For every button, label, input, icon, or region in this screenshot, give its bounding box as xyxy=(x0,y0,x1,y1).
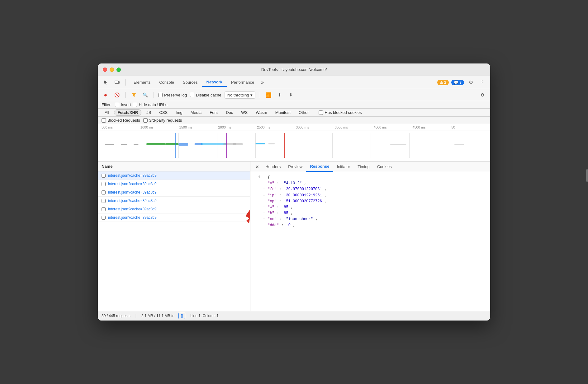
upload-icon[interactable]: ⬆ xyxy=(276,91,284,99)
close-button[interactable] xyxy=(103,68,107,72)
filter-manifest[interactable]: Manifest xyxy=(272,110,294,115)
blocked-cookies-input[interactable] xyxy=(319,110,323,115)
tab-preview[interactable]: Preview xyxy=(284,162,306,171)
throttle-select[interactable]: No throttling ▾ xyxy=(225,91,255,99)
filter-other[interactable]: Other xyxy=(296,110,312,115)
filter-wasm[interactable]: Wasm xyxy=(253,110,270,115)
filter-row2: Filter Invert Hide data URLs xyxy=(98,101,490,109)
more-tabs-button[interactable]: » xyxy=(258,78,266,87)
third-party-input[interactable] xyxy=(143,118,148,123)
filter-img[interactable]: Img xyxy=(173,110,186,115)
svg-rect-12 xyxy=(121,144,127,145)
filter-doc[interactable]: Doc xyxy=(223,110,236,115)
invert-checkbox[interactable]: Invert xyxy=(115,102,131,107)
svg-rect-16 xyxy=(178,143,188,146)
json-line-1: 1 { xyxy=(254,175,486,180)
transfer-size: 2.1 MB / 11.1 MB tr xyxy=(141,314,173,318)
ruler-mark-10: 50 xyxy=(451,125,490,130)
filter-font[interactable]: Font xyxy=(206,110,221,115)
settings-icon[interactable]: ⚙ xyxy=(467,78,475,87)
table-row[interactable]: interest.json?cache=39ac8c9 xyxy=(98,205,250,213)
requests-list[interactable]: interest.json?cache=39ac8c9 interest.jso… xyxy=(98,171,250,311)
row-checkbox[interactable] xyxy=(102,190,106,194)
disable-cache-checkbox[interactable]: Disable cache xyxy=(190,93,221,97)
title-bar: DevTools - tv.youtube.com/welcome/ xyxy=(98,63,490,76)
requests-panel: Name interest.json?cache=39ac8c9 interes… xyxy=(98,162,250,311)
disable-cache-input[interactable] xyxy=(190,93,194,97)
filter-sep3 xyxy=(260,92,260,98)
svg-rect-21 xyxy=(255,143,265,144)
filter-media[interactable]: Media xyxy=(187,110,205,115)
tab-elements[interactable]: Elements xyxy=(129,78,155,87)
svg-rect-11 xyxy=(105,144,114,145)
main-toolbar: Elements Console Sources Network Perform… xyxy=(98,76,490,89)
tab-cookies[interactable]: Cookies xyxy=(373,162,396,171)
format-button[interactable]: {} xyxy=(178,313,185,319)
svg-rect-18 xyxy=(201,143,226,145)
tab-performance[interactable]: Performance xyxy=(227,78,258,87)
close-details-button[interactable]: ✕ xyxy=(253,162,262,171)
third-party-checkbox[interactable]: 3rd-party requests xyxy=(143,118,182,123)
format-icon: {} xyxy=(181,314,183,318)
cursor-icon[interactable] xyxy=(102,78,110,87)
hide-data-urls-input[interactable] xyxy=(133,103,137,107)
svg-rect-13 xyxy=(134,144,138,145)
line-col: Line 1, Column 1 xyxy=(190,314,219,318)
filter-fetch-xhr[interactable]: Fetch/XHR xyxy=(114,109,141,116)
json-line-9: − "ddd" : 0 , xyxy=(254,222,486,228)
request-name: interest.json?cache=39ac8c9 xyxy=(108,199,157,203)
download-icon[interactable]: ⬇ xyxy=(287,91,295,99)
tab-sources[interactable]: Sources xyxy=(178,78,202,87)
message-badge[interactable]: 💬 3 xyxy=(451,80,464,85)
settings2-icon[interactable]: ⚙ xyxy=(478,91,486,99)
row-checkbox[interactable] xyxy=(102,207,106,211)
filter-ws[interactable]: WS xyxy=(238,110,251,115)
filter-js[interactable]: JS xyxy=(143,110,154,115)
more-options-icon[interactable]: ⋮ xyxy=(478,78,486,87)
wifi-icon[interactable]: 📶 xyxy=(264,91,273,99)
tab-headers[interactable]: Headers xyxy=(262,162,284,171)
svg-rect-0 xyxy=(115,81,118,83)
row-checkbox[interactable] xyxy=(102,182,106,186)
filter-css[interactable]: CSS xyxy=(156,110,171,115)
invert-input[interactable] xyxy=(115,103,119,107)
tab-initiator[interactable]: Initiator xyxy=(333,162,354,171)
row-checkbox[interactable] xyxy=(102,199,106,203)
clear-button[interactable]: 🚫 xyxy=(113,91,121,99)
record-button[interactable]: ● xyxy=(102,91,110,99)
request-name: interest.json?cache=39ac8c9 xyxy=(108,173,157,178)
filter-sep2 xyxy=(154,92,154,98)
table-row[interactable]: interest.json?cache=39ac8c9 xyxy=(98,197,250,205)
tab-console[interactable]: Console xyxy=(155,78,178,87)
filter-all[interactable]: All xyxy=(102,110,112,115)
table-row[interactable]: interest.json?cache=39ac8c9 xyxy=(98,188,250,197)
blocked-requests-checkbox[interactable]: Blocked Requests xyxy=(102,118,140,123)
search-icon[interactable]: 🔍 xyxy=(141,91,149,99)
minimize-button[interactable] xyxy=(110,68,114,72)
row-checkbox[interactable] xyxy=(102,216,106,220)
timeline-graph[interactable] xyxy=(98,130,490,162)
svg-rect-20 xyxy=(233,143,243,145)
blocked-requests-input[interactable] xyxy=(102,118,106,123)
tab-timing[interactable]: Timing xyxy=(354,162,373,171)
filter-types-bar: All Fetch/XHR JS CSS Img Media Font Doc … xyxy=(98,109,490,117)
warning-badge[interactable]: ⚠ 2 xyxy=(437,80,449,85)
tab-network[interactable]: Network xyxy=(202,78,227,87)
table-row[interactable]: interest.json?cache=39ac8c9 xyxy=(98,180,250,188)
svg-rect-26 xyxy=(390,144,406,145)
preserve-log-input[interactable] xyxy=(158,93,163,97)
row-checkbox[interactable] xyxy=(102,174,106,178)
blocked-cookies-checkbox[interactable]: Has blocked cookies xyxy=(319,110,362,115)
preserve-log-checkbox[interactable]: Preserve log xyxy=(158,93,187,97)
maximize-button[interactable] xyxy=(116,68,121,72)
hide-data-urls-checkbox[interactable]: Hide data URLs xyxy=(133,102,167,107)
table-row[interactable]: interest.json?cache=39ac8c9 xyxy=(98,171,250,180)
table-row[interactable]: interest.json?cache=39ac8c9 xyxy=(98,213,250,222)
ruler-mark-6: 3000 ms xyxy=(296,125,335,130)
tab-response[interactable]: Response xyxy=(306,162,333,172)
details-panel: ✕ Headers Preview Response Initiator Tim… xyxy=(250,162,490,311)
request-name: interest.json?cache=39ac8c9 xyxy=(108,190,157,194)
filter-icon[interactable] xyxy=(130,91,138,99)
device-toggle-icon[interactable] xyxy=(113,78,121,87)
ruler-mark-1: 500 ms xyxy=(102,125,140,130)
